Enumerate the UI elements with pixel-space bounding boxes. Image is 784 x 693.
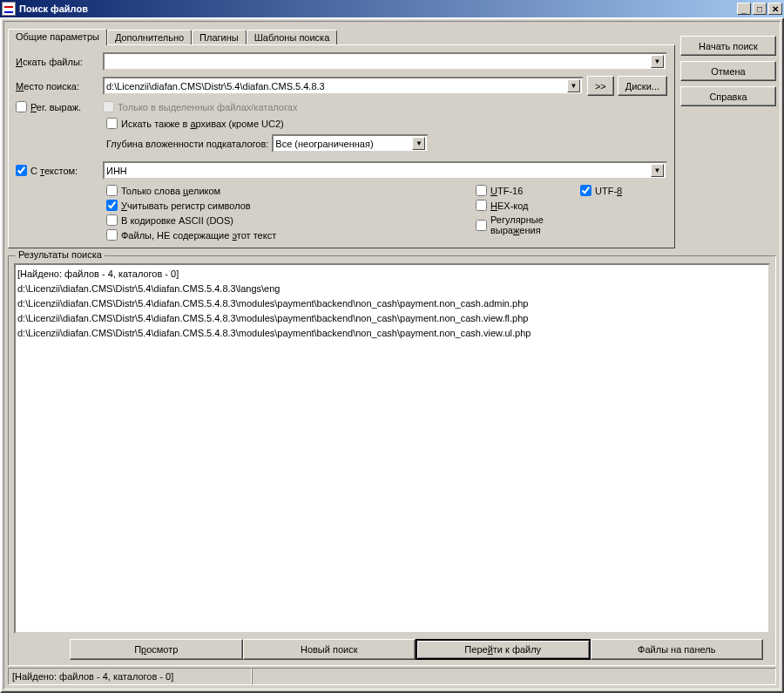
start-search-button[interactable]: Начать поиск (680, 36, 776, 56)
utf16-label: UTF-16 (490, 186, 523, 196)
chevron-down-icon[interactable]: ▼ (651, 55, 664, 68)
ascii-label: В кодировке ASCII (DOS) (121, 215, 233, 226)
ascii-checkbox[interactable]: В кодировке ASCII (DOS) (106, 214, 476, 226)
close-button[interactable]: ✕ (768, 3, 782, 15)
cancel-button[interactable]: Отмена (680, 61, 776, 81)
regex-checkbox[interactable]: Рег. выраж. (16, 101, 99, 112)
top-row: Общие параметры Дополнительно Плагины Ша… (8, 25, 776, 248)
not-containing-label: Файлы, НЕ содержащие этот текст (121, 230, 276, 241)
depth-label: Глубина вложенности подкаталогов: (106, 139, 268, 149)
results-summary-row[interactable]: [Найдено: файлов - 4, каталогов - 0] (17, 267, 767, 282)
only-selected-checkbox: Только в выделенных файлах/каталогах (103, 101, 297, 112)
status-cell: [Найдено: файлов - 4, каталогов - 0] (8, 668, 252, 685)
archives-checkbox[interactable]: Искать также в архивах (кроме UC2) (106, 118, 284, 129)
utf8-label: UTF-8 (595, 186, 622, 196)
status-text: [Найдено: файлов - 4, каталогов - 0] (12, 671, 173, 682)
result-item[interactable]: d:\Licenzii\diafan.CMS\Distr\5.4\diafan.… (17, 326, 767, 341)
tab-strip: Общие параметры Дополнительно Плагины Ша… (8, 25, 675, 44)
title-bar: Поиск файлов _ □ ✕ (0, 0, 784, 17)
maximize-button[interactable]: □ (753, 3, 767, 15)
search-path-value: d:\Licenzii\diafan.CMS\Distr\5.4\diafan.… (106, 81, 325, 92)
search-path-combo[interactable]: d:\Licenzii\diafan.CMS\Distr\5.4\diafan.… (103, 77, 584, 95)
only-selected-label: Только в выделенных файлах/каталогах (118, 102, 297, 112)
chevron-down-icon[interactable]: ▼ (567, 79, 580, 92)
depth-combo[interactable]: Все (неограниченная) ▼ (272, 134, 429, 153)
whole-words-checkbox[interactable]: Только слова целиком (106, 185, 476, 196)
with-text-input[interactable] (16, 165, 27, 176)
not-containing-checkbox[interactable]: Файлы, НЕ содержащие этот текст (106, 229, 476, 241)
to-panel-label: Файлы на панель (638, 644, 715, 655)
form-panel: Общие параметры Дополнительно Плагины Ша… (8, 25, 675, 248)
results-legend: Результаты поиска (16, 249, 105, 260)
tab-page-general: Искать файлы: ▼ Место поиска: d:\Licenzi… (8, 44, 675, 248)
tab-advanced[interactable]: Дополнительно (107, 30, 192, 44)
view-button[interactable]: Просмотр (70, 639, 243, 660)
result-item[interactable]: d:\Licenzii\diafan.CMS\Distr\5.4\diafan.… (17, 296, 767, 311)
regex-check-input[interactable] (16, 101, 27, 112)
bottom-buttons: Просмотр Новый поиск Перейти к файлу Фай… (70, 639, 763, 660)
chevron-down-icon[interactable]: ▼ (651, 164, 664, 177)
minimize-button[interactable]: _ (737, 3, 751, 15)
tab-general-label: Общие параметры (16, 31, 99, 42)
tab-plugins[interactable]: Плагины (192, 30, 247, 44)
hex-checkbox[interactable]: HEX-код (476, 200, 580, 211)
new-search-label: Новый поиск (301, 644, 358, 655)
start-search-label: Начать поиск (699, 41, 758, 51)
utf8-checkbox[interactable]: UTF-8 (580, 185, 667, 196)
status-cell-empty (252, 668, 776, 685)
regexp-text-checkbox[interactable]: Регулярные выражения (476, 214, 580, 235)
tab-general[interactable]: Общие параметры (8, 29, 107, 45)
label-search-files: Искать файлы: (16, 57, 99, 67)
chevron-down-icon[interactable]: ▼ (412, 137, 425, 150)
case-label: Учитывать регистр символов (121, 200, 251, 211)
archives-label: Искать также в архивах (кроме UC2) (121, 119, 284, 129)
archives-input[interactable] (106, 118, 118, 129)
goto-file-button[interactable]: Перейти к файлу (416, 639, 591, 660)
window-frame: Общие параметры Дополнительно Плагины Ша… (0, 17, 784, 693)
depth-value: Все (неограниченная) (275, 139, 373, 149)
files-to-panel-button[interactable]: Файлы на панель (591, 639, 764, 660)
more-path-button[interactable]: >> (587, 76, 614, 96)
search-mask-combo[interactable]: ▼ (103, 52, 667, 71)
cancel-label: Отмена (711, 66, 745, 77)
result-item[interactable]: d:\Licenzii\diafan.CMS\Distr\5.4\diafan.… (17, 311, 767, 326)
app-icon (2, 2, 16, 16)
window-title: Поиск файлов (19, 3, 735, 14)
content-area: Общие параметры Дополнительно Плагины Ша… (3, 21, 781, 690)
only-selected-input (103, 101, 114, 112)
tab-templates[interactable]: Шаблоны поиска (247, 30, 338, 44)
whole-words-label: Только слова целиком (121, 186, 220, 196)
label-search-in: Место поиска: (16, 81, 99, 92)
side-buttons: Начать поиск Отмена Справка (680, 25, 776, 106)
regexp-text-label: Регулярные выражения (490, 214, 580, 235)
tab-templates-label: Шаблоны поиска (254, 32, 330, 43)
results-group: Результаты поиска [Найдено: файлов - 4, … (8, 255, 776, 666)
search-text-combo[interactable]: ИНН ▼ (103, 161, 667, 180)
with-text-label: С текстом: (30, 166, 78, 176)
search-text-value: ИНН (106, 166, 127, 176)
results-list[interactable]: [Найдено: файлов - 4, каталогов - 0] d:\… (14, 263, 770, 634)
drives-button[interactable]: Диски... (618, 76, 667, 96)
more-path-label: >> (595, 81, 606, 92)
with-text-checkbox[interactable]: С текстом: (16, 165, 99, 176)
new-search-button[interactable]: Новый поиск (243, 639, 416, 660)
tab-plugins-label: Плагины (199, 32, 239, 43)
help-button[interactable]: Справка (680, 86, 776, 106)
hex-label: HEX-код (490, 200, 529, 211)
utf16-checkbox[interactable]: UTF-16 (476, 185, 580, 196)
regex-label: Рег. выраж. (30, 102, 81, 112)
tab-advanced-label: Дополнительно (115, 32, 184, 43)
case-checkbox[interactable]: Учитывать регистр символов (106, 200, 476, 211)
status-bar: [Найдено: файлов - 4, каталогов - 0] (8, 668, 776, 685)
help-label: Справка (709, 92, 747, 102)
result-item[interactable]: d:\Licenzii\diafan.CMS\Distr\5.4\diafan.… (17, 282, 767, 296)
